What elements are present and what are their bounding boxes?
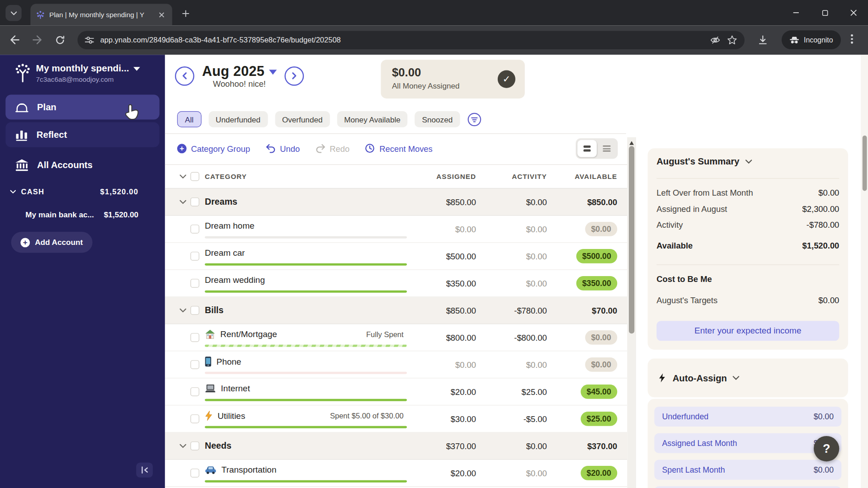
undo-button[interactable]: Undo: [265, 144, 300, 153]
bookmark-star-icon[interactable]: [727, 35, 737, 45]
select-all-checkbox[interactable]: [190, 172, 199, 181]
row-checkbox[interactable]: [190, 469, 199, 478]
view-list-button[interactable]: [597, 140, 616, 157]
add-account-button[interactable]: + Add Account: [11, 232, 92, 253]
collapse-sidebar-button[interactable]: [136, 463, 153, 478]
category-name[interactable]: Internet: [221, 384, 250, 394]
group-name[interactable]: Bills: [205, 305, 407, 315]
address-bar[interactable]: app.ynab.com/2849d6a8-ca3b-4a41-bf7c-537…: [77, 31, 745, 49]
auto-assign-option-partial[interactable]: [654, 486, 841, 488]
category-row-dream-home[interactable]: Dream home $0.00 $0.00 $0.00: [165, 216, 627, 243]
browser-tab[interactable]: Plan | My monthly spending | Y: [30, 4, 172, 26]
category-row-rent-mortgage[interactable]: Rent/Mortgage Fully Spent $800.00 -$800.…: [165, 324, 627, 352]
activity-cell[interactable]: -$800.00: [476, 333, 547, 343]
auto-assign-assigned-last-month[interactable]: Assigned Last Month $0.00: [654, 433, 841, 453]
url-text[interactable]: app.ynab.com/2849d6a8-ca3b-4a41-bf7c-537…: [100, 36, 704, 44]
new-tab-button[interactable]: [178, 6, 193, 20]
enter-expected-income-button[interactable]: Enter your expected income: [656, 321, 839, 341]
activity-cell[interactable]: $0.00: [476, 360, 547, 370]
tab-close-button[interactable]: [157, 9, 167, 19]
category-name[interactable]: Rent/Mortgage: [220, 329, 277, 339]
auto-assign-underfunded[interactable]: Underfunded $0.00: [654, 407, 841, 427]
forward-button[interactable]: [32, 34, 42, 45]
recent-moves-button[interactable]: Recent Moves: [365, 143, 432, 153]
assigned-cell[interactable]: $800.00: [407, 333, 476, 343]
scrollbar-thumb[interactable]: [862, 136, 867, 191]
back-button[interactable]: [9, 34, 20, 45]
available-pill[interactable]: $0.00: [585, 330, 617, 345]
activity-cell[interactable]: $0.00: [476, 279, 547, 288]
help-button[interactable]: ?: [814, 436, 839, 461]
row-checkbox[interactable]: [190, 279, 199, 288]
table-scrollbar[interactable]: [627, 137, 636, 488]
row-checkbox[interactable]: [190, 306, 199, 315]
previous-month-button[interactable]: [175, 66, 194, 85]
auto-assign-card[interactable]: Auto-Assign: [648, 358, 848, 397]
page-scrollbar[interactable]: [861, 55, 868, 488]
row-checkbox[interactable]: [190, 197, 199, 206]
available-pill[interactable]: $350.00: [576, 276, 617, 291]
assigned-cell[interactable]: $500.00: [407, 252, 476, 261]
sidebar-item-all-accounts[interactable]: All Accounts: [5, 153, 159, 178]
category-row-dream-wedding[interactable]: Dream wedding $350.00 $0.00 $350.00: [165, 270, 627, 297]
eye-hidden-icon[interactable]: [710, 35, 721, 45]
maximize-button[interactable]: [811, 0, 840, 25]
available-pill[interactable]: $0.00: [585, 222, 617, 236]
row-checkbox[interactable]: [190, 414, 199, 423]
reload-button[interactable]: [55, 35, 65, 45]
available-pill[interactable]: $500.00: [576, 249, 617, 263]
assigned-cell[interactable]: $0.00: [407, 225, 476, 234]
group-row-needs[interactable]: Needs $370.00 $0.00 $370.00: [165, 433, 627, 460]
redo-button[interactable]: Redo: [315, 144, 349, 153]
scrollbar-thumb[interactable]: [629, 146, 634, 333]
account-item[interactable]: My main bank ac... $1,520.00: [25, 210, 138, 219]
group-name[interactable]: Dreams: [205, 197, 407, 207]
activity-cell[interactable]: -$5.00: [476, 414, 547, 424]
add-category-group-button[interactable]: + Category Group: [177, 144, 250, 153]
scroll-up-arrow[interactable]: [629, 141, 634, 145]
activity-cell[interactable]: $0.00: [476, 252, 547, 261]
next-month-button[interactable]: [284, 66, 304, 85]
minimize-button[interactable]: [782, 0, 811, 25]
assigned-cell[interactable]: $0.00: [407, 360, 476, 370]
category-name[interactable]: Dream wedding: [205, 275, 265, 285]
row-checkbox[interactable]: [190, 387, 199, 396]
view-compact-button[interactable]: [577, 140, 597, 157]
summary-header[interactable]: August's Summary: [656, 156, 752, 166]
category-row-dream-car[interactable]: Dream car $500.00 $0.00 $500.00: [165, 243, 627, 270]
row-checkbox[interactable]: [190, 360, 199, 369]
available-pill[interactable]: $0.00: [585, 357, 617, 372]
available-pill[interactable]: $45.00: [580, 385, 617, 399]
collapse-all-chevron[interactable]: [179, 174, 187, 179]
account-group-cash[interactable]: CASH $1,520.00: [10, 188, 138, 196]
assigned-cell[interactable]: $30.00: [407, 414, 476, 424]
row-checkbox[interactable]: [190, 225, 199, 234]
chevron-down-icon[interactable]: [179, 200, 187, 204]
filter-snoozed[interactable]: Snoozed: [415, 111, 460, 127]
budget-switcher[interactable]: My monthly spendi... 7c3ac6a8@moodjoy.co…: [14, 63, 160, 84]
group-row-dreams[interactable]: Dreams $850.00 $0.00 $850.00: [165, 189, 627, 216]
category-name[interactable]: Utilities: [217, 411, 245, 421]
filter-icon[interactable]: [467, 112, 481, 127]
row-checkbox[interactable]: [190, 252, 199, 261]
browser-menu-button[interactable]: [851, 34, 853, 43]
category-row-phone[interactable]: Phone $0.00 $0.00 $0.00: [165, 352, 627, 379]
auto-assign-spent-last-month[interactable]: Spent Last Month $0.00: [654, 460, 841, 480]
category-row-internet[interactable]: Internet $20.00 $25.00 $45.00: [165, 379, 627, 406]
downloads-button[interactable]: [757, 34, 768, 45]
available-pill[interactable]: $25.00: [580, 412, 617, 426]
category-name[interactable]: Transportation: [222, 465, 277, 475]
assigned-cell[interactable]: $20.00: [407, 387, 476, 397]
month-selector[interactable]: Aug 2025: [202, 63, 277, 80]
category-name[interactable]: Dream car: [205, 248, 245, 258]
sidebar-item-reflect[interactable]: Reflect: [5, 122, 159, 147]
filter-overfunded[interactable]: Overfunded: [275, 111, 330, 127]
activity-cell[interactable]: $25.00: [476, 387, 547, 397]
available-pill[interactable]: $20.00: [580, 466, 617, 480]
row-checkbox[interactable]: [190, 333, 199, 342]
group-row-bills[interactable]: Bills $850.00 -$780.00 $70.00: [165, 297, 627, 324]
activity-cell[interactable]: $0.00: [476, 469, 547, 478]
category-name[interactable]: Phone: [217, 357, 241, 366]
assigned-cell[interactable]: $20.00: [407, 469, 476, 478]
filter-all[interactable]: All: [177, 111, 201, 127]
